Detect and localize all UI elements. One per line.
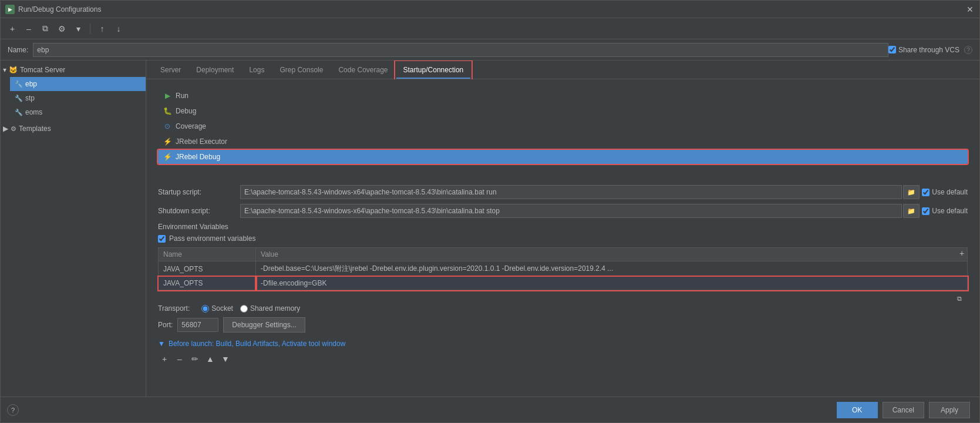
share-help-icon[interactable]: ? [964,46,972,54]
run-mode-jrebel-debug[interactable]: ⚡ JRebel Debug [158,150,968,164]
stp-label: stp [25,94,35,102]
before-launch-remove-button[interactable]: – [173,352,186,365]
tomcat-server-section[interactable]: ▾ 🐱 Tomcat Server [1,63,146,77]
transport-socket-radio[interactable] [201,305,209,313]
window-title: Run/Debug Configurations [18,5,965,14]
env-vars-section-title: Environment Variables [158,223,968,231]
env-row-1[interactable]: JAVA_OPTS -Dfile.encoding=GBK [159,277,968,290]
before-launch-label: Before launch: Build, Build Artifacts, A… [169,340,346,348]
before-launch-add-button[interactable]: + [158,352,171,365]
move-down-button[interactable]: ↓ [112,22,126,36]
startup-script-row: Startup script: 📁 Use default [158,185,968,199]
sidebar-item-ebp[interactable]: 🔧 ebp [10,77,146,91]
transport-shared-memory-option[interactable]: Shared memory [240,304,300,313]
pass-env-checkbox[interactable] [158,235,166,243]
tab-startup-connection[interactable]: Startup/Connection [396,62,471,79]
port-input[interactable] [177,318,218,332]
tab-deployment[interactable]: Deployment [189,62,241,79]
arrow-button[interactable]: ▾ [71,22,85,36]
cancel-button[interactable]: Cancel [883,402,924,418]
transport-shared-memory-label: Shared memory [250,304,300,313]
run-modes-list: ▶ Run 🐛 Debug ⊙ Coverage ⚡ JRebel Execut… [158,89,968,164]
tab-logs[interactable]: Logs [242,62,271,79]
toolbar: + – ⧉ ⚙ ▾ ↑ ↓ [1,18,979,39]
env-table: Name Value JAVA_OPTS -Drebel.base=C:\Use… [158,247,968,290]
shutdown-script-input[interactable] [240,204,902,218]
eoms-icon: 🔧 [15,109,23,116]
name-row: Name: Share through VCS ? [1,39,979,61]
tomcat-server-label: Tomcat Server [20,66,65,74]
window-icon: ▶ [5,5,15,14]
env-add-button[interactable]: + [956,247,968,259]
jrebel-debug-label: JRebel Debug [176,153,220,161]
content-area: Server Deployment Logs Grep Console Code… [146,61,979,397]
env-copy-button[interactable]: ⧉ [954,293,965,304]
templates-arrow: ▶ [3,125,8,133]
move-up-button[interactable]: ↑ [95,22,109,36]
close-button[interactable]: ✕ [965,5,975,14]
run-mode-jrebel-executor[interactable]: ⚡ JRebel Executor [158,135,968,149]
before-launch-header[interactable]: ▼ Before launch: Build, Build Artifacts,… [158,340,968,348]
tab-code-coverage[interactable]: Code Coverage [331,62,395,79]
env-col-name: Name [159,248,256,261]
templates-label: Templates [19,125,51,133]
run-label: Run [176,92,188,100]
sidebar-item-eoms[interactable]: 🔧 eoms [10,105,146,119]
ebp-icon: 🔧 [15,80,23,88]
before-launch-section: ▼ Before launch: Build, Build Artifacts,… [158,340,968,365]
tomcat-server-arrow: ▾ [3,66,6,74]
jrebel-executor-label: JRebel Executor [176,137,227,146]
before-launch-down-button[interactable]: ▼ [219,352,232,365]
templates-icon: ⚙ [11,125,16,133]
pass-env-label[interactable]: Pass environment variables [158,234,255,243]
name-input[interactable] [33,43,888,57]
tab-grep-console[interactable]: Grep Console [272,62,330,79]
share-vcs-row: Share through VCS ? [888,46,972,54]
transport-label: Transport: [158,304,190,313]
stp-icon: 🔧 [15,95,23,102]
templates-section[interactable]: ▶ ⚙ Templates [1,122,146,136]
env-table-container: Name Value JAVA_OPTS -Drebel.base=C:\Use… [158,247,968,290]
share-vcs-checkbox[interactable] [888,46,896,53]
copy-config-button[interactable]: ⧉ [38,22,52,36]
port-row: Port: Debugger Settings... [158,317,968,333]
port-label: Port: [158,321,173,329]
startup-script-input[interactable] [240,185,902,199]
transport-socket-label: Socket [211,304,233,313]
env-row-0-name: JAVA_OPTS [159,261,256,277]
env-row-0[interactable]: JAVA_OPTS -Drebel.base=C:\Users\附注\jrebe… [159,261,968,277]
run-mode-run[interactable]: ▶ Run [158,89,968,103]
tab-server[interactable]: Server [153,62,188,79]
startup-use-default-label: Use default [932,188,968,196]
sidebar-item-stp[interactable]: 🔧 stp [10,91,146,105]
before-launch-edit-button[interactable]: ✏ [188,352,201,365]
help-icon[interactable]: ? [7,404,19,416]
shutdown-use-default-label: Use default [932,207,968,215]
content-body: ▶ Run 🐛 Debug ⊙ Coverage ⚡ JRebel Execut… [146,79,979,397]
name-label: Name: [8,46,28,54]
section-divider-1 [158,176,968,185]
eoms-label: eoms [25,108,42,116]
sidebar: ▾ 🐱 Tomcat Server 🔧 ebp 🔧 stp 🔧 eoms [1,61,146,397]
apply-button[interactable]: Apply [929,402,970,418]
settings-button[interactable]: ⚙ [55,22,69,36]
debugger-settings-button[interactable]: Debugger Settings... [223,317,305,333]
bottom-bar: OK Cancel Apply [1,397,979,422]
shutdown-script-row: Shutdown script: 📁 Use default [158,204,968,218]
transport-socket-option[interactable]: Socket [201,304,233,313]
run-mode-debug[interactable]: 🐛 Debug [158,104,968,118]
shutdown-use-default-checkbox[interactable] [922,207,930,215]
tabs-bar: Server Deployment Logs Grep Console Code… [146,61,979,79]
shutdown-script-browse-button[interactable]: 📁 [903,204,920,218]
run-icon: ▶ [163,91,172,100]
before-launch-up-button[interactable]: ▲ [204,352,217,365]
add-config-button[interactable]: + [5,22,19,36]
startup-use-default-checkbox[interactable] [922,189,930,196]
startup-script-browse-button[interactable]: 📁 [903,185,920,199]
transport-shared-memory-radio[interactable] [240,305,248,313]
startup-use-default: Use default [922,188,968,196]
ok-button[interactable]: OK [837,402,878,418]
run-debug-configurations-window: ▶ Run/Debug Configurations ✕ + – ⧉ ⚙ ▾ ↑… [0,0,980,423]
remove-config-button[interactable]: – [22,22,36,36]
run-mode-coverage[interactable]: ⊙ Coverage [158,119,968,133]
